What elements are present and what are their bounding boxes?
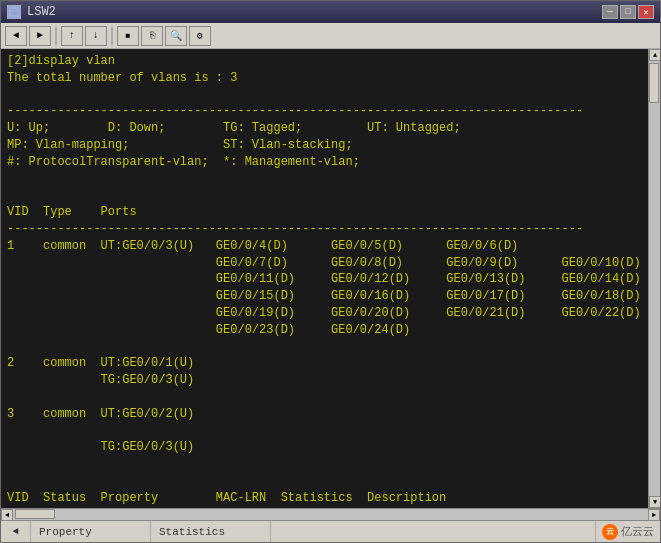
toolbar-btn-forward[interactable]: ►: [29, 26, 51, 46]
horizontal-scrollbar[interactable]: ◄ ►: [1, 508, 660, 520]
watermark-section: 云 亿云云: [595, 521, 660, 542]
toolbar-btn-settings[interactable]: ⚙: [189, 26, 211, 46]
svg-rect-0: [10, 8, 18, 16]
bottom-area: ◄ ► ◄ Property Statistics 云 亿云云: [1, 508, 660, 542]
status-statistics: Statistics: [151, 521, 271, 542]
toolbar-btn-search[interactable]: 🔍: [165, 26, 187, 46]
toolbar-sep-1: [55, 27, 57, 45]
title-bar: LSW2 ─ □ ✕: [1, 1, 660, 23]
maximize-button[interactable]: □: [620, 5, 636, 19]
toolbar-btn-up[interactable]: ↑: [61, 26, 83, 46]
window-controls: ─ □ ✕: [602, 5, 654, 19]
title-bar-left: LSW2: [7, 5, 56, 19]
scroll-track-v[interactable]: [649, 61, 660, 496]
watermark-text: 亿云云: [621, 524, 654, 539]
toolbar-btn-stop[interactable]: ■: [117, 26, 139, 46]
property-label: Property: [39, 526, 92, 538]
status-section-nav: ◄: [1, 521, 31, 542]
watermark-logo: 云 亿云云: [602, 524, 654, 540]
logo-circle-icon: 云: [602, 524, 618, 540]
scroll-thumb-v[interactable]: [649, 63, 659, 103]
toolbar-btn-copy[interactable]: ⎘: [141, 26, 163, 46]
status-property: Property: [31, 521, 151, 542]
status-nav-icon: ◄: [12, 526, 18, 537]
toolbar: ◄ ► ↑ ↓ ■ ⎘ 🔍 ⚙: [1, 23, 660, 49]
terminal-output[interactable]: [2]display vlan The total number of vlan…: [1, 49, 648, 508]
statistics-label: Statistics: [159, 526, 225, 538]
scroll-down-button[interactable]: ▼: [649, 496, 660, 508]
status-bar: ◄ Property Statistics 云 亿云云: [1, 520, 660, 542]
content-area: [2]display vlan The total number of vlan…: [1, 49, 660, 508]
scroll-thumb-h[interactable]: [15, 509, 55, 519]
main-window: LSW2 ─ □ ✕ ◄ ► ↑ ↓ ■ ⎘ 🔍 ⚙ [2]display vl…: [0, 0, 661, 543]
toolbar-btn-back[interactable]: ◄: [5, 26, 27, 46]
scroll-track-h[interactable]: [13, 509, 648, 520]
window-title: LSW2: [27, 5, 56, 19]
toolbar-btn-down[interactable]: ↓: [85, 26, 107, 46]
vertical-scrollbar[interactable]: ▲ ▼: [648, 49, 660, 508]
close-button[interactable]: ✕: [638, 5, 654, 19]
window-icon: [7, 5, 21, 19]
minimize-button[interactable]: ─: [602, 5, 618, 19]
toolbar-sep-2: [111, 27, 113, 45]
scroll-up-button[interactable]: ▲: [649, 49, 660, 61]
